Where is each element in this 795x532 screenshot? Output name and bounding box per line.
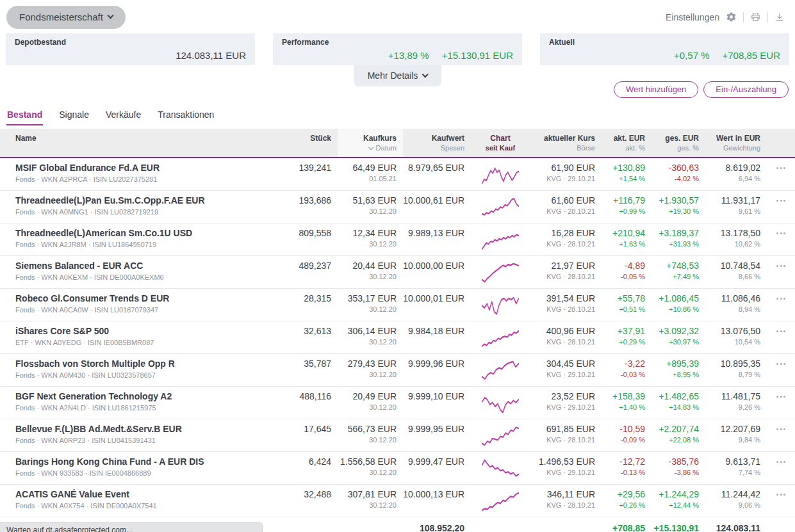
fund-name: BGF Next Generation Technology A2 (15, 391, 275, 403)
footer-akt-eur: +708,85 +0,57 % (602, 522, 652, 532)
aktueller-kurs-cell: 1.496,53 EUR KVG · 29.10.21 (530, 456, 602, 478)
performance-percent: +13,89 % (388, 50, 429, 61)
kaufwert-cell: 9.989,13 EUR (403, 227, 471, 239)
card-depotbestand: Depotbestand 124.083,11 EUR (6, 33, 255, 65)
fund-name-cell[interactable]: iShares Core S&P 500 ETF · WKN A0YEDG · … (0, 325, 281, 348)
row-menu-button[interactable] (774, 231, 788, 236)
topbar: Fondsmeisterschaft Einstellungen (0, 0, 795, 33)
table-row: Flossbach von Storch Multiple Opp R Fond… (0, 354, 795, 387)
stueck-cell: 17,645 (281, 423, 338, 435)
column-header-stueck[interactable]: Stück (281, 133, 338, 153)
wert-cell: 8.619,02 6,94 % (705, 162, 767, 184)
column-header-kaufkurs[interactable]: Kaufkurs Datum (338, 129, 403, 157)
fund-meta: Fonds · WKN A2N4LD · ISIN LU1861215975 (15, 403, 275, 413)
row-menu-cell (767, 293, 795, 301)
aktueller-kurs-cell: 16,28 EUR KVG · 28.10.21 (530, 227, 602, 249)
fund-name-cell[interactable]: BGF Next Generation Technology A2 Fonds … (0, 391, 281, 413)
row-menu-button[interactable] (774, 296, 788, 301)
column-header-name[interactable]: Name (0, 133, 281, 153)
sparkline-chart (471, 261, 530, 285)
table-row: ACATIS GANÉ Value Event Fonds · WKN A0X7… (0, 485, 795, 517)
portfolio-selector[interactable]: Fondsmeisterschaft (6, 6, 126, 29)
fund-name-cell[interactable]: Flossbach von Storch Multiple Opp R Fond… (0, 358, 281, 380)
fund-name-cell[interactable]: Siemens Balanced - EUR ACC Fonds · WKN A… (0, 260, 281, 282)
row-menu-button[interactable] (774, 492, 788, 497)
card-label: Depotbestand (15, 38, 246, 47)
fund-name-cell[interactable]: Threadneedle(L)American Sm.Co.1U USD Fon… (0, 227, 281, 250)
more-details-button[interactable]: Mehr Details (354, 65, 442, 86)
kaufkurs-cell: 20,44 EUR 30.12.20 (338, 260, 403, 282)
add-value-button[interactable]: Wert hinzufügen (614, 81, 698, 98)
fund-name-cell[interactable]: MSIF Global Endurance Fd.A EUR Fonds · W… (0, 162, 281, 184)
card-label: Aktuell (549, 38, 780, 47)
fund-name-cell[interactable]: Barings Hong Kong China Fund - A EUR DIS… (0, 456, 281, 478)
column-header-kaufwert[interactable]: KaufwertSpesen (403, 133, 471, 153)
tab-verkaeufe[interactable]: Verkäufe (105, 109, 142, 125)
aktueller-kurs-cell: 346,11 EUR KVG · 28.10.21 (530, 488, 602, 510)
kaufwert-cell: 9.999,95 EUR (403, 423, 471, 435)
row-menu-button[interactable] (774, 198, 788, 203)
stueck-cell: 28,315 (281, 293, 338, 305)
kaufkurs-cell: 566,73 EUR 30.12.20 (338, 423, 403, 445)
stueck-cell: 35,787 (281, 358, 338, 370)
subheader: Mehr Details Wert hinzufügen Ein-/Auszah… (0, 65, 795, 105)
fund-name-cell[interactable]: Bellevue F.(L)BB Ad.Medt.&Serv.B EUR Fon… (0, 423, 281, 446)
column-header-ges-eur[interactable]: ges. EURges. % (652, 133, 705, 153)
row-menu-button[interactable] (774, 427, 788, 431)
tab-transaktionen[interactable]: Transaktionen (157, 109, 215, 125)
summary-row: Depotbestand 124.083,11 EUR Performance … (0, 33, 795, 65)
fund-name: Robeco Gl.Consumer Trends D EUR (15, 293, 275, 305)
aktuell-value: +708,85 EUR (723, 50, 780, 61)
stueck-cell: 32,613 (281, 325, 338, 337)
row-menu-cell (767, 260, 795, 268)
fund-name-cell[interactable]: Threadneedle(L)Pan Eu.Sm.C.Opp.F.AE EUR … (0, 195, 281, 217)
deposit-withdrawal-button[interactable]: Ein-/Auszahlung (703, 81, 789, 98)
fund-meta: Fonds · WKN A0RP23 · ISIN LU0415391431 (15, 435, 275, 446)
fund-meta: Fonds · WKN A0CA0W · ISIN LU0187079347 (15, 305, 275, 315)
fund-name: Threadneedle(L)Pan Eu.Sm.C.Opp.F.AE EUR (15, 195, 275, 207)
card-performance: Performance +13,89 % +15.130,91 EUR (273, 33, 522, 65)
browser-status-bar: Warten auf dt.adsafeprotected.com... (0, 522, 263, 532)
wert-cell: 9.613,71 7,74 % (705, 456, 767, 478)
table-header: Name Stück Kaufkurs Datum KaufwertSpesen… (0, 129, 795, 158)
column-header-akt-eur[interactable]: akt. EURakt. % (602, 133, 652, 153)
fund-name: Bellevue F.(L)BB Ad.Medt.&Serv.B EUR (15, 423, 275, 435)
row-menu-button[interactable] (774, 394, 788, 399)
fund-meta: Fonds · WKN A2PRCA · ISIN LU2027375281 (15, 174, 275, 184)
stueck-cell: 488,116 (281, 391, 338, 403)
ges-eur-cell: +1.086,45 +10,86 % (652, 293, 705, 314)
fund-name-cell[interactable]: ACATIS GANÉ Value Event Fonds · WKN A0X7… (0, 488, 281, 511)
fund-meta: Fonds · WKN A2JR8M · ISIN LU1864950719 (15, 239, 275, 250)
sparkline-chart (471, 456, 530, 481)
wert-cell: 11.086,46 8,94 % (705, 293, 767, 314)
row-menu-button[interactable] (774, 329, 788, 334)
ges-eur-cell: -360,63 -4,02 % (652, 162, 705, 184)
tab-signale[interactable]: Signale (58, 109, 90, 125)
stueck-cell: 6,424 (281, 456, 338, 468)
row-menu-button[interactable] (774, 166, 788, 170)
tab-bestand[interactable]: Bestand (6, 109, 43, 125)
sparkline-chart (471, 163, 530, 187)
row-menu-cell (767, 391, 795, 399)
column-header-wert-in-eur[interactable]: Wert in EURGewichtung (705, 133, 767, 153)
sparkline-chart (471, 228, 530, 252)
row-menu-button[interactable] (774, 264, 788, 268)
column-header-aktueller-kurs[interactable]: aktueller KursBörse (530, 133, 602, 153)
download-icon[interactable] (775, 12, 785, 22)
settings-label[interactable]: Einstellungen (666, 12, 719, 22)
column-header-chart[interactable]: Chartseit Kauf (471, 133, 530, 153)
printer-icon[interactable] (750, 12, 761, 22)
sort-chevron-icon (368, 145, 373, 150)
sparkline-chart (471, 293, 530, 318)
kaufkurs-cell: 307,81 EUR 30.12.20 (338, 488, 403, 510)
kaufkurs-cell: 353,17 EUR 30.12.20 (338, 293, 403, 314)
akt-eur-cell: -3,22 -0,03 % (602, 358, 652, 380)
gear-icon[interactable] (726, 12, 737, 22)
wert-cell: 11.931,17 9,61 % (705, 195, 767, 216)
row-menu-button[interactable] (774, 460, 788, 464)
fund-name-cell[interactable]: Robeco Gl.Consumer Trends D EUR Fonds · … (0, 293, 281, 315)
row-menu-button[interactable] (774, 362, 788, 366)
ges-eur-cell: +2.207,74 +22,08 % (652, 423, 705, 445)
aktueller-kurs-cell: 23,52 EUR KVG · 29.10.21 (530, 391, 602, 412)
divider (767, 12, 768, 22)
